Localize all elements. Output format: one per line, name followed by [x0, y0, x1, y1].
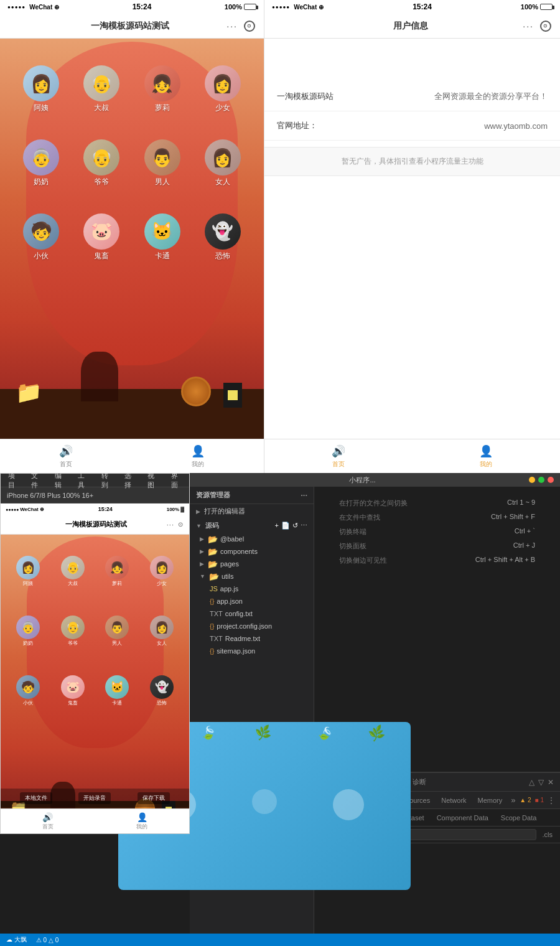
avatar-item-luoli[interactable]: 👧 萝莉	[134, 54, 191, 125]
mini-mine-label: 我的	[136, 823, 147, 831]
mini-av-5[interactable]: 👵奶奶	[7, 602, 50, 660]
avatar-item-kongbu[interactable]: 👻 恐怖	[194, 202, 251, 273]
dots-icon-left[interactable]: ···	[226, 21, 238, 31]
mini-bottom-nav: 🔊 首页 👤 我的	[1, 808, 189, 833]
mini-nav-mine[interactable]: 👤 我的	[136, 812, 147, 831]
avatar-item-katong[interactable]: 🐱 卡通	[134, 202, 191, 273]
avatar-item-xiaohuo[interactable]: 🧒 小伙	[12, 202, 70, 273]
leaf-5: 🌿	[366, 723, 386, 742]
mini-av-9[interactable]: 🧒小伙	[7, 662, 50, 720]
file-appjs[interactable]: JS app.js	[190, 583, 314, 595]
console-down-icon[interactable]: ▽	[538, 778, 544, 787]
ide-menubar: 项目 文件 编辑 工具 转到 选择 视图 界面	[1, 474, 189, 487]
file-readme[interactable]: TXT Readme.txt	[190, 632, 314, 645]
mine-icon-right: 👤	[478, 444, 493, 459]
btn-save-download[interactable]: 保存下载	[138, 792, 170, 804]
avatar-item-nanren[interactable]: 👨 男人	[134, 128, 191, 199]
phone-right: ●●●●● WeChat ⊕ 15:24 100% 用户信息 ··· ⊙	[264, 0, 560, 473]
menu-tools[interactable]: 工具	[75, 473, 91, 491]
project-config-label: project.config.json	[217, 622, 272, 630]
avatar-item-ayi[interactable]: 👩 阿姨	[12, 54, 70, 125]
btn-local-files[interactable]: 本地文件	[20, 792, 52, 804]
hint-2: 在文件中查找 Ctrl + Shift + F	[339, 510, 535, 525]
mini-av-7[interactable]: 👨男人	[96, 602, 139, 660]
mini-av-12[interactable]: 👻恐怖	[141, 662, 184, 720]
stab-scope-data[interactable]: Scope Data	[495, 809, 543, 826]
menu-view[interactable]: 视图	[145, 473, 161, 491]
ctab-diagnose[interactable]: 诊断	[408, 775, 431, 789]
minimize-btn[interactable]	[529, 477, 535, 483]
json-icon-3: {}	[210, 647, 214, 655]
mini-av-8[interactable]: 👩女人	[141, 602, 184, 660]
txt-icon-1: TXT	[210, 610, 223, 617]
mini-av-10[interactable]: 🐷鬼畜	[52, 662, 95, 720]
dtab-network[interactable]: Network	[436, 792, 471, 808]
nav-home-left[interactable]: 🔊 首页	[58, 444, 73, 469]
avatar-label-kongbu: 恐怖	[215, 251, 230, 261]
file-project-config[interactable]: {} project.config.json	[190, 620, 314, 632]
mini-time: 15:24	[98, 506, 113, 512]
menu-file[interactable]: 文件	[29, 473, 44, 491]
avatar-item-dashu[interactable]: 👴 大叔	[73, 54, 130, 125]
avatar-circle-katong: 🐱	[144, 213, 180, 250]
circle-icon-right[interactable]: ⊙	[540, 21, 551, 32]
folder-pages[interactable]: ▶ 📂 pages	[190, 558, 314, 570]
devtools-settings-icon[interactable]: ⋮	[548, 796, 555, 805]
console-up-icon[interactable]: △	[529, 778, 534, 787]
new-file-icon[interactable]: 📄	[281, 522, 290, 530]
avatar-label-xiaohuo: 小伙	[34, 251, 49, 261]
mini-av-11[interactable]: 🐱卡通	[96, 662, 139, 720]
console-close-icon[interactable]: ✕	[548, 778, 554, 787]
source-section[interactable]: ▼ 源码 + 📄 ↺ ⋯	[190, 518, 314, 533]
filter-cls-btn[interactable]: .cls	[540, 831, 556, 838]
collapse-icon[interactable]: ⋯	[301, 522, 307, 530]
mini-av-4[interactable]: 👩少女	[141, 543, 184, 601]
avatar-circle-luoli: 👧	[144, 65, 180, 101]
menu-interface[interactable]: 界面	[169, 473, 184, 491]
dtab-more-icon[interactable]: »	[508, 795, 518, 805]
nav-home-right[interactable]: 🔊 首页	[331, 444, 346, 469]
recent-files-section[interactable]: ▶ 打开的编辑器	[190, 504, 314, 518]
file-sitemap[interactable]: {} sitemap.json	[190, 645, 314, 657]
wifi-icon-right: ⊕	[319, 4, 324, 11]
nav-mine-right[interactable]: 👤 我的	[478, 444, 493, 469]
menu-goto[interactable]: 转到	[99, 473, 114, 491]
mini-av-2[interactable]: 👴大叔	[52, 543, 95, 601]
close-btn[interactable]	[548, 477, 554, 483]
dtab-memory[interactable]: Memory	[473, 792, 508, 808]
dots-icon-right[interactable]: ···	[523, 21, 534, 31]
folder-components[interactable]: ▶ 📂 components	[190, 545, 314, 558]
battery-pct-right: 100%	[521, 3, 538, 11]
add-icon[interactable]: +	[275, 522, 279, 530]
file-appjson[interactable]: {} app.json	[190, 595, 314, 607]
avatar-label-nainai: 奶奶	[34, 177, 49, 187]
mini-av-3[interactable]: 👧萝莉	[96, 543, 139, 601]
maximize-btn[interactable]	[538, 477, 544, 483]
avatar-item-yeye[interactable]: 👴 爷爷	[73, 128, 130, 199]
nav-mine-left[interactable]: 👤 我的	[190, 444, 205, 469]
avatar-item-nvren[interactable]: 👩 女人	[194, 128, 251, 199]
mini-av-6[interactable]: 👴爷爷	[52, 602, 95, 660]
menu-edit[interactable]: 编辑	[52, 473, 68, 491]
avatar-item-shaonv[interactable]: 👩 少女	[194, 54, 251, 125]
file-config[interactable]: TXT config.txt	[190, 607, 314, 620]
mini-dots[interactable]: ···	[167, 521, 174, 528]
menu-select[interactable]: 选择	[122, 473, 138, 491]
menu-project[interactable]: 项目	[6, 473, 21, 491]
mine-icon-left: 👤	[190, 444, 205, 459]
hint-3: 切换终端 Ctrl + `	[339, 525, 535, 539]
nav-mine-label-right: 我的	[480, 460, 492, 469]
folder-utils[interactable]: ▼ 📂 utils	[190, 570, 314, 583]
refresh-icon[interactable]: ↺	[292, 522, 298, 530]
avatar-item-guichu[interactable]: 🐷 鬼畜	[73, 202, 130, 273]
phone-left: ●●●●● WeChat ⊕ 15:24 100% 一淘模板源码站测试 ··· …	[0, 0, 264, 473]
stab-component-data[interactable]: Component Data	[431, 809, 495, 826]
explorer-more-icon[interactable]: ···	[301, 490, 307, 500]
mini-av-1[interactable]: 👩阿姨	[7, 543, 50, 601]
mini-circle[interactable]: ⊙	[178, 521, 183, 528]
avatar-item-nainai[interactable]: 👵 奶奶	[12, 128, 70, 199]
folder-babel[interactable]: ▶ 📂 @babel	[190, 533, 314, 545]
btn-start-record[interactable]: 开始录音	[78, 792, 111, 804]
circle-icon-left[interactable]: ⊙	[244, 21, 255, 32]
mini-nav-home[interactable]: 🔊 首页	[42, 812, 54, 831]
